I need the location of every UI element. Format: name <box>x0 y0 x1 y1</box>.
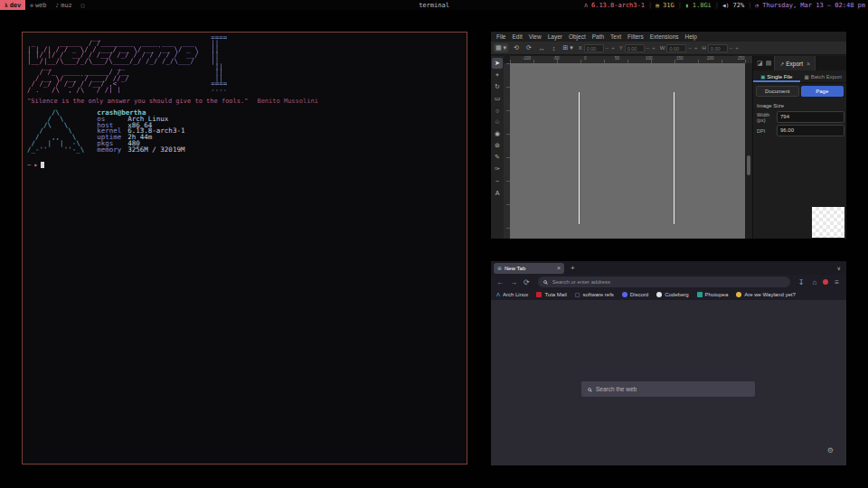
downloads-icon[interactable]: ↧ <box>797 278 807 286</box>
tool-icon[interactable]: ⊚ <box>492 140 503 151</box>
width-input[interactable]: 794 <box>777 111 844 123</box>
bookmark-item[interactable]: Tuta Mail <box>536 292 566 297</box>
browser-nav-bar: ← → ⟳ ↧ ⌂ ≡ <box>491 275 846 289</box>
scrollbar-thumb[interactable] <box>747 155 750 175</box>
menu-filters[interactable]: Filters <box>625 33 646 40</box>
increment-button[interactable]: + <box>693 45 699 51</box>
export-dialog-tab[interactable]: ↗ Export × <box>774 56 816 70</box>
menu-hamburger-icon[interactable]: ≡ <box>833 278 841 286</box>
bookmark-item[interactable]: Are we Wayland yet? <box>736 292 795 297</box>
increment-button[interactable]: + <box>651 45 656 51</box>
personalize-gear-icon[interactable]: ⚙ <box>827 446 834 455</box>
tab-close-icon[interactable]: × <box>557 265 561 271</box>
status-module: ◀) 72% <box>722 2 744 9</box>
document-scope-button[interactable]: Document <box>756 86 799 97</box>
page-scope-button[interactable]: Page <box>801 86 844 97</box>
menu-edit[interactable]: Edit <box>509 33 524 40</box>
menu-extensions[interactable]: Extensions <box>647 33 682 40</box>
menu-file[interactable]: File <box>494 33 508 40</box>
field-value[interactable]: 0.00 <box>584 44 604 52</box>
active-tab[interactable]: ⊕ New Tab × <box>494 263 564 274</box>
tool-icon[interactable]: ↻ <box>492 81 503 92</box>
back-button[interactable]: ← <box>495 278 505 286</box>
field-value[interactable]: 0.00 <box>666 44 686 52</box>
canvas-vertical-scrollbar[interactable] <box>745 63 752 239</box>
increment-button[interactable]: + <box>734 45 740 51</box>
tag-label: muz <box>61 2 72 9</box>
toolbar-icon[interactable]: ▦ ▾ <box>494 43 508 52</box>
workspace-tag-dev[interactable]: λdev <box>0 0 25 10</box>
fetch-info: crash@bertha osArch Linuxhostx86_64kerne… <box>97 110 184 154</box>
shell-prompt[interactable]: ~ ▸ <box>27 161 462 169</box>
dock-tab-strip: ◪ ▤ ↗ Export × <box>753 56 846 70</box>
toolbar-icon[interactable]: ↔ <box>537 44 547 52</box>
horizontal-ruler: -100-50050100150200250 <box>510 56 752 63</box>
field-x: X0.00−+ <box>579 44 616 52</box>
browser-window[interactable]: ⊕ New Tab × + ∨ ← → ⟳ ↧ ⌂ ≡ ΛArch LinuxT… <box>491 261 846 465</box>
page-border-left <box>579 92 580 224</box>
tool-icon[interactable]: ✑ <box>492 164 503 174</box>
tab-batch-export[interactable]: ▦ Batch Export <box>800 70 847 82</box>
home-icon[interactable]: ⌂ <box>810 278 818 286</box>
tool-icon[interactable]: ▭ <box>492 93 503 104</box>
increment-button[interactable]: + <box>610 45 616 51</box>
tool-icon[interactable]: ☆ <box>492 117 503 127</box>
bookmark-item[interactable]: Photopea <box>697 292 729 297</box>
decrement-button[interactable]: − <box>646 45 651 51</box>
menu-help[interactable]: Help <box>683 33 700 40</box>
menu-layer[interactable]: Layer <box>545 33 565 40</box>
arch-logo-ascii: /\ / \ /\ \ / \ / ,, \ / | | -\ /_-'' ''… <box>27 110 84 154</box>
width-field-label: Width (px) <box>757 112 775 123</box>
new-tab-button[interactable]: + <box>571 264 575 272</box>
search-icon <box>543 280 547 284</box>
fetch-output: /\ / \ /\ \ / \ / ,, \ / | | -\ /_-'' ''… <box>27 110 462 154</box>
decrement-button[interactable]: − <box>687 45 693 51</box>
field-y: Y0.00−+ <box>619 44 656 52</box>
menu-object[interactable]: Object <box>566 33 589 40</box>
workspace-tag-muz[interactable]: ♪muz <box>52 0 77 10</box>
dpi-input[interactable]: 96.00 <box>777 125 844 136</box>
workspace-tag-layout[interactable]: □ <box>77 0 90 10</box>
workspace-tag-web[interactable]: ⊕web <box>25 0 51 10</box>
toolbar-icon[interactable]: ⊞ ▾ <box>561 43 574 52</box>
toolbar-icon[interactable]: ⟲ <box>512 43 521 52</box>
extension-icon[interactable] <box>823 279 828 285</box>
web-search-input[interactable] <box>596 386 749 392</box>
forward-button[interactable]: → <box>508 278 519 286</box>
tool-icon[interactable]: ✎ <box>492 152 503 163</box>
web-search-box[interactable] <box>581 381 755 397</box>
close-icon[interactable]: × <box>807 61 810 67</box>
fill-stroke-dialog-icon[interactable]: ◪ <box>757 60 763 67</box>
toolbar-icon[interactable]: ↕ <box>551 44 558 52</box>
menu-text[interactable]: Text <box>608 33 624 40</box>
list-all-tabs-chevron-icon[interactable]: ∨ <box>837 265 841 271</box>
menu-view[interactable]: View <box>526 33 544 40</box>
bookmark-item[interactable]: ▢software refs <box>575 292 614 297</box>
status-module: ▤ 31G <box>656 2 674 9</box>
address-bar-input[interactable] <box>538 277 790 287</box>
status-icon: ◀) <box>722 2 729 8</box>
bookmark-item[interactable]: Discord <box>622 292 648 297</box>
layers-dialog-icon[interactable]: ▤ <box>766 60 772 67</box>
inkscape-canvas[interactable] <box>510 63 745 239</box>
menu-path[interactable]: Path <box>590 33 607 40</box>
field-value[interactable]: 0.00 <box>625 44 645 52</box>
tool-icon[interactable]: ⌖ <box>492 70 503 80</box>
bookmark-label: Photopea <box>705 292 729 297</box>
decrement-button[interactable]: − <box>729 45 734 51</box>
terminal-window[interactable]: __ ==== _ _____ / /________ ____ ___ ___… <box>22 32 467 465</box>
tool-icon[interactable]: ◉ <box>492 128 503 139</box>
tool-icon[interactable]: A <box>492 187 503 198</box>
export-preview-thumbnail <box>812 207 844 238</box>
bookmark-item[interactable]: ΛArch Linux <box>496 292 528 297</box>
tool-icon[interactable]: ➤ <box>492 58 503 69</box>
tab-single-file[interactable]: ▣ Single File <box>753 70 800 82</box>
bookmark-item[interactable]: Codeberg <box>656 292 688 297</box>
decrement-button[interactable]: − <box>605 45 610 51</box>
reload-button[interactable]: ⟳ <box>522 278 532 286</box>
field-value[interactable]: 0.00 <box>708 44 728 52</box>
toolbar-icon[interactable]: ⟳ <box>524 43 533 52</box>
tool-icon[interactable]: ○ <box>492 105 503 116</box>
tool-icon[interactable]: ~ <box>492 175 503 186</box>
inkscape-window[interactable]: FileEditViewLayerObjectPathTextFiltersEx… <box>491 32 846 239</box>
